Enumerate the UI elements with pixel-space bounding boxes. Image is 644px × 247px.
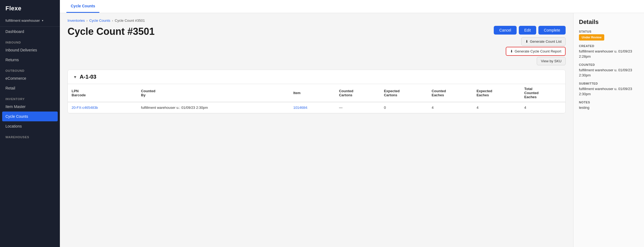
- tab-cycle-counts[interactable]: Cycle Counts: [66, 0, 99, 13]
- submitted-value: fulfillment warehouser u. 01/09/23 2:30p…: [579, 86, 639, 97]
- col-item: Item: [289, 84, 335, 102]
- download-icon-cycle-report: ⬇: [510, 49, 513, 53]
- cell-expected-eaches: 4: [473, 102, 520, 113]
- status-label: STATUS: [579, 30, 639, 33]
- notes-label: NOTES: [579, 101, 639, 104]
- view-by-sku-button[interactable]: View by SKU: [537, 57, 566, 65]
- breadcrumb-current: Cycle Count #3501: [115, 18, 145, 23]
- chevron-down-icon[interactable]: ▼: [73, 75, 77, 79]
- header-actions: Cancel Edit Complete ⬇ Generate Count Li…: [494, 26, 566, 65]
- breadcrumb: Inventories › Cycle Counts › Cycle Count…: [68, 18, 566, 23]
- sidebar-item-retail[interactable]: Retail: [0, 83, 60, 93]
- table-head: LPNBarcode CountedBy Item CountedCartons…: [68, 84, 565, 102]
- cell-counted-cartons: —: [335, 102, 380, 113]
- section-name: A-1-03: [80, 74, 96, 80]
- item-link[interactable]: 1014684:: [293, 106, 308, 110]
- dropdown-group: ⬇ Generate Count List ⬇ Generate Cycle C…: [506, 37, 566, 65]
- col-expected-eaches: ExpectedEaches: [473, 84, 520, 102]
- main-content: Cycle Counts Inventories › Cycle Counts …: [60, 0, 644, 247]
- complete-button[interactable]: Complete: [538, 26, 566, 35]
- details-title: Details: [579, 18, 639, 26]
- app-logo: Flexe: [0, 0, 60, 16]
- col-total-counted-eaches: TotalCountedEaches: [520, 84, 565, 102]
- status-value: Under Review: [579, 34, 639, 41]
- cycle-count-table: LPNBarcode CountedBy Item CountedCartons…: [68, 84, 565, 113]
- page-header: Cycle Count #3501 Cancel Edit Complete ⬇…: [68, 26, 566, 65]
- table-row: 20-FX-c465483b fulfillment warehouser u.…: [68, 102, 565, 113]
- counted-value: fulfillment warehouser u. 01/09/23 2:30p…: [579, 67, 639, 78]
- sidebar: Flexe fulfillment warehouser ▾ Dashboard…: [0, 0, 60, 247]
- download-icon-count-list: ⬇: [525, 39, 528, 44]
- sidebar-item-inbound-deliveries[interactable]: Inbound Deliveries: [0, 45, 60, 55]
- sidebar-section-warehouses: WAREHOUSES: [0, 131, 60, 140]
- edit-button[interactable]: Edit: [519, 26, 536, 35]
- cell-item: 1014684:: [289, 102, 335, 113]
- cell-counted-by: fulfillment warehouser u.: 01/09/23 2:30…: [137, 102, 289, 113]
- col-counted-by: CountedBy: [137, 84, 289, 102]
- top-tabs-bar: Cycle Counts: [60, 0, 644, 13]
- sidebar-item-cycle-counts[interactable]: Cycle Counts: [2, 112, 58, 121]
- chevron-down-icon: ▾: [42, 19, 43, 22]
- user-menu[interactable]: fulfillment warehouser ▾: [0, 16, 60, 27]
- table-body: 20-FX-c465483b fulfillment warehouser u.…: [68, 102, 565, 113]
- created-value: fulfillment warehouser u. 01/09/23 2:28p…: [579, 49, 639, 59]
- content-panel: Inventories › Cycle Counts › Cycle Count…: [60, 13, 573, 247]
- sidebar-item-returns[interactable]: Returns: [0, 55, 60, 65]
- breadcrumb-inventories[interactable]: Inventories: [68, 18, 85, 23]
- section-card-a-1-03: ▼ A-1-03 LPNBarcode CountedBy Item Count…: [68, 70, 566, 113]
- created-label: CREATED: [579, 44, 639, 48]
- generate-count-list-button[interactable]: ⬇ Generate Count List: [521, 37, 566, 46]
- cancel-button[interactable]: Cancel: [494, 26, 517, 35]
- col-expected-cartons: ExpectedCartons: [380, 84, 428, 102]
- sidebar-item-ecommerce[interactable]: eCommerce: [0, 73, 60, 83]
- col-counted-cartons: CountedCartons: [335, 84, 380, 102]
- top-action-row: Cancel Edit Complete: [494, 26, 566, 35]
- sidebar-section-outbound: OUTBOUND: [0, 65, 60, 73]
- sidebar-item-dashboard[interactable]: Dashboard: [0, 27, 60, 36]
- counted-label: COUNTED: [579, 63, 639, 66]
- table-wrap: LPNBarcode CountedBy Item CountedCartons…: [68, 84, 565, 113]
- lpn-barcode-link[interactable]: 20-FX-c465483b: [72, 106, 98, 110]
- cell-expected-cartons: 0: [380, 102, 428, 113]
- sidebar-section-inventory: INVENTORY: [0, 93, 60, 102]
- col-lpn-barcode: LPNBarcode: [68, 84, 137, 102]
- sidebar-item-locations[interactable]: Locations: [0, 121, 60, 131]
- cell-total-counted-eaches: 4: [520, 102, 565, 113]
- page-title: Cycle Count #3501: [68, 26, 155, 37]
- page-area: Inventories › Cycle Counts › Cycle Count…: [60, 13, 644, 247]
- submitted-label: SUBMITTED: [579, 82, 639, 85]
- table-header-row: LPNBarcode CountedBy Item CountedCartons…: [68, 84, 565, 102]
- notes-value: testing: [579, 105, 639, 110]
- breadcrumb-sep-1: ›: [87, 18, 88, 23]
- breadcrumb-cycle-counts[interactable]: Cycle Counts: [89, 18, 110, 23]
- section-header: ▼ A-1-03: [68, 70, 565, 84]
- status-badge: Under Review: [579, 34, 604, 41]
- details-panel: Details STATUS Under Review CREATED fulf…: [573, 13, 644, 247]
- cell-counted-eaches: 4: [428, 102, 473, 113]
- username-label: fulfillment warehouser: [5, 18, 40, 23]
- sidebar-item-item-master[interactable]: Item Master: [0, 102, 60, 112]
- breadcrumb-sep-2: ›: [112, 18, 113, 23]
- sidebar-section-inbound: INBOUND: [0, 36, 60, 45]
- col-counted-eaches: CountedEaches: [428, 84, 473, 102]
- cell-lpn-barcode: 20-FX-c465483b: [68, 102, 137, 113]
- generate-cycle-count-report-button[interactable]: ⬇ Generate Cycle Count Report: [506, 47, 566, 56]
